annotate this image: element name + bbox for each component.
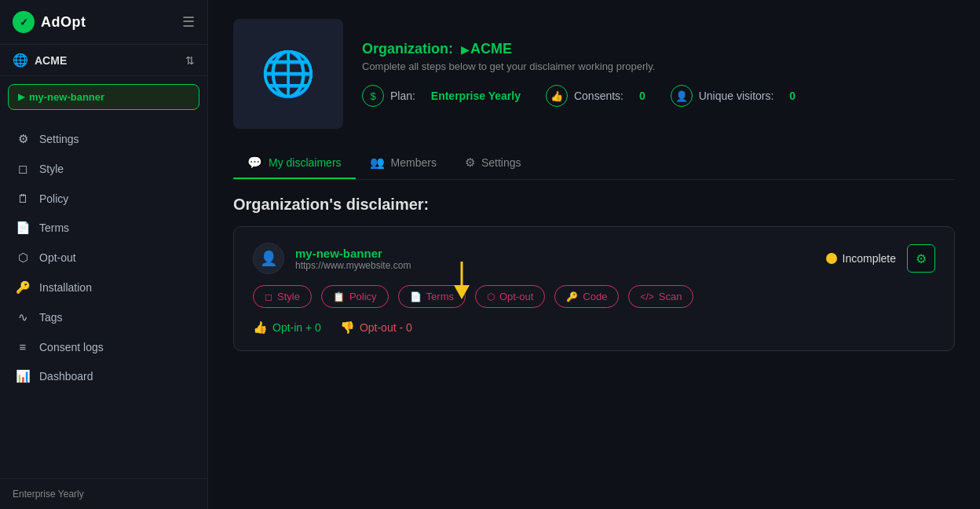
policy-btn-label: Policy [349, 291, 377, 302]
sidebar-item-policy[interactable]: 🗒 Policy [0, 184, 207, 213]
incomplete-dot-icon [826, 253, 837, 264]
sidebar-item-tags-label: Tags [39, 311, 63, 324]
plan-label-text: Plan: [390, 90, 415, 102]
visitors-label-text: Unique visitors: [699, 90, 774, 102]
main-content: 🌐 Organization: ▶ACME Complete all steps… [208, 0, 980, 509]
visitors-icon: 👤 [671, 85, 693, 107]
installation-icon: 🔑 [16, 280, 30, 295]
sidebar-item-dashboard-label: Dashboard [39, 370, 93, 383]
org-stats: $ Plan: Enterprise Yearly 👍 Consents: 0 … [362, 85, 955, 107]
settings-icon: ⚙ [16, 132, 30, 146]
optout-action-button[interactable]: ⬡ Opt-out [475, 285, 545, 308]
active-banner-item[interactable]: ▶ my-new-banner [8, 84, 199, 110]
scan-action-button[interactable]: </> Scan [628, 285, 693, 308]
optout-btn-icon: ⬡ [487, 291, 495, 302]
consents-icon: 👍 [546, 85, 568, 107]
tab-settings[interactable]: ⚙ Settings [451, 148, 536, 179]
tab-my-disclaimers-icon: 💬 [247, 156, 262, 170]
tab-my-disclaimers[interactable]: 💬 My disclaimers [233, 148, 356, 179]
sidebar-item-style[interactable]: ◻ Style [0, 154, 207, 184]
tab-members[interactable]: 👥 Members [356, 148, 451, 179]
plan-icon: $ [362, 85, 384, 107]
org-name: ACME [35, 54, 67, 67]
terms-icon: 📄 [16, 221, 30, 235]
logo-icon: ✓ [13, 11, 35, 33]
optout-stat: 👎 Opt-out - 0 [340, 320, 412, 335]
sidebar-item-optout-label: Opt-out [39, 251, 76, 264]
dashboard-icon: 📊 [16, 369, 30, 383]
chevron-updown-icon: ⇅ [185, 54, 195, 67]
org-info: Organization: ▶ACME Complete all steps b… [362, 41, 955, 107]
globe-icon: 🌐 [13, 53, 28, 68]
org-title-prefix: Organization: [362, 41, 453, 57]
sidebar-header: ✓ AdOpt ☰ [0, 0, 207, 45]
style-btn-icon: ◻ [265, 291, 272, 302]
banner-info: my-new-banner https://www.mywebsite.com [295, 247, 411, 271]
optout-label: Opt-out - 0 [360, 321, 412, 334]
code-btn-icon: 🔑 [566, 291, 578, 302]
consents-value: 0 [639, 90, 645, 102]
arrow-indicator [451, 262, 473, 299]
tab-settings-label: Settings [481, 156, 521, 169]
optin-stat: 👍 Opt-in + 0 [253, 320, 321, 335]
tags-icon: ∿ [16, 310, 30, 324]
org-title: Organization: ▶ACME [362, 41, 955, 57]
tab-members-icon: 👥 [370, 156, 385, 170]
status-badge: Incomplete [826, 252, 896, 265]
terms-btn-icon: 📄 [410, 291, 422, 302]
logo-text: AdOpt [41, 14, 86, 31]
policy-action-button[interactable]: 📋 Policy [321, 285, 389, 308]
stat-consents: 👍 Consents: 0 [546, 85, 645, 107]
scan-btn-icon: </> [640, 291, 653, 302]
active-banner-arrow-icon: ▶ [18, 92, 24, 102]
optout-thumbsdown-icon: 👎 [340, 320, 355, 335]
terms-btn-label: Terms [426, 291, 454, 302]
code-action-button[interactable]: 🔑 Code [554, 285, 619, 308]
sidebar-item-settings[interactable]: ⚙ Settings [0, 124, 207, 154]
org-switcher[interactable]: 🌐 ACME ⇅ [0, 45, 207, 76]
disclaimer-settings-button[interactable]: ⚙ [907, 244, 935, 273]
sidebar-collapse-icon[interactable]: ☰ [182, 13, 195, 31]
plan-value: Enterprise Yearly [431, 90, 521, 102]
sidebar-item-optout[interactable]: ⬡ Opt-out [0, 243, 207, 273]
tabs-bar: 💬 My disclaimers 👥 Members ⚙ Settings [233, 148, 955, 180]
svg-marker-1 [454, 285, 470, 299]
action-buttons-row: ◻ Style 📋 Policy 📄 Terms ⬡ Opt-out 🔑 Cod… [253, 285, 935, 308]
disclaimer-card-header: 👤 my-new-banner https://www.mywebsite.co… [253, 243, 935, 274]
active-banner-label: my-new-banner [29, 91, 104, 103]
plan-label: Enterprise Yearly [13, 489, 84, 500]
org-title-name: ACME [470, 41, 512, 57]
tab-settings-icon: ⚙ [465, 156, 475, 170]
org-header: 🌐 Organization: ▶ACME Complete all steps… [233, 19, 955, 129]
tab-my-disclaimers-label: My disclaimers [269, 156, 342, 169]
stat-plan: $ Plan: Enterprise Yearly [362, 85, 521, 107]
disclaimer-left: 👤 my-new-banner https://www.mywebsite.co… [253, 243, 411, 274]
disclaimer-right: Incomplete ⚙ [826, 244, 935, 273]
logo-area: ✓ AdOpt [13, 11, 86, 33]
org-globe-icon: 🌐 [261, 48, 316, 100]
sidebar-item-consent-logs[interactable]: ≡ Consent logs [0, 332, 207, 361]
stat-visitors: 👤 Unique visitors: 0 [671, 85, 795, 107]
consents-row: 👍 Opt-in + 0 👎 Opt-out - 0 [253, 320, 935, 335]
style-action-button[interactable]: ◻ Style [253, 285, 312, 308]
sidebar-item-style-label: Style [39, 163, 64, 175]
org-switcher-left: 🌐 ACME [13, 53, 67, 68]
code-btn-label: Code [583, 291, 607, 302]
sidebar-item-installation[interactable]: 🔑 Installation [0, 273, 207, 302]
sidebar-item-consent-logs-label: Consent logs [39, 341, 104, 353]
sidebar-item-terms[interactable]: 📄 Terms [0, 213, 207, 243]
sidebar-item-tags[interactable]: ∿ Tags [0, 302, 207, 332]
sidebar-item-dashboard[interactable]: 📊 Dashboard [0, 361, 207, 391]
scan-btn-label: Scan [659, 291, 682, 302]
sidebar-item-settings-label: Settings [39, 133, 79, 145]
banner-name[interactable]: my-new-banner [295, 247, 411, 260]
sidebar-item-policy-label: Policy [39, 192, 68, 205]
optout-btn-label: Opt-out [499, 291, 533, 302]
sidebar-item-terms-label: Terms [39, 222, 69, 234]
policy-icon: 🗒 [16, 192, 30, 205]
style-btn-label: Style [277, 291, 300, 302]
sidebar-item-installation-label: Installation [39, 281, 92, 294]
optin-icon: 👍 [253, 320, 268, 335]
sidebar-footer: Enterprise Yearly [0, 478, 207, 509]
org-avatar: 🌐 [233, 19, 343, 129]
